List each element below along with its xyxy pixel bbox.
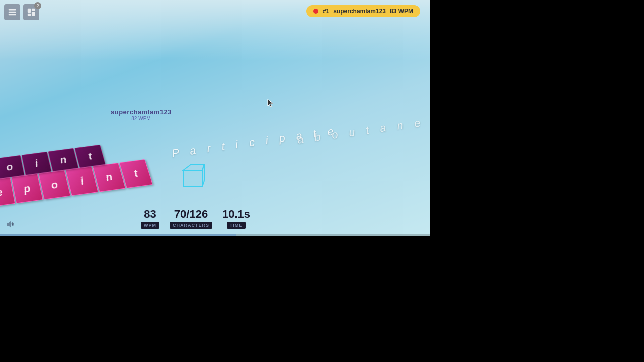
notification-badge: 2 xyxy=(34,2,41,9)
leaderboard-badge: #1 superchamlam123 83 WPM xyxy=(306,5,420,17)
wpm-label: WPM xyxy=(141,222,159,229)
block-mid-n: n xyxy=(48,148,78,172)
characters-value: 70/126 xyxy=(174,208,208,221)
block-o: o xyxy=(38,170,70,199)
leaderboard-wpm: 83 WPM xyxy=(390,8,413,15)
time-label: TIME xyxy=(227,222,246,229)
characters-stat: 70/126 CHARACTERS xyxy=(170,208,212,229)
right-black-area xyxy=(430,0,644,362)
svg-rect-2 xyxy=(9,14,16,16)
svg-rect-7 xyxy=(183,170,202,187)
player-wpm-small: 82 WPM xyxy=(111,116,172,121)
svg-rect-1 xyxy=(9,12,16,13)
svg-rect-3 xyxy=(28,9,31,13)
svg-rect-5 xyxy=(32,9,35,11)
notifications-button[interactable]: 2 xyxy=(23,4,39,20)
player-label: superchamlam123 82 WPM xyxy=(111,108,172,121)
live-indicator xyxy=(313,9,318,14)
bottom-black-area xyxy=(0,236,430,362)
block-mid-o: o xyxy=(0,155,25,179)
time-value: 10.1s xyxy=(222,208,250,221)
rank-label: #1 xyxy=(323,8,329,15)
game-area: 2 #1 superchamlam123 83 WPM superchamlam… xyxy=(0,0,430,236)
leaderboard-username: superchamlam123 xyxy=(333,8,386,15)
block-mid-i: i xyxy=(21,152,52,175)
mute-icon[interactable] xyxy=(6,220,16,230)
characters-label: CHARACTERS xyxy=(170,222,212,229)
settings-button[interactable] xyxy=(4,4,20,20)
svg-rect-0 xyxy=(9,9,16,11)
top-icons: 2 xyxy=(4,4,39,20)
block-mid-t: t xyxy=(74,145,106,168)
floating-text-about: a b o u t a n e xyxy=(296,116,425,146)
wpm-stat: 83 WPM xyxy=(141,208,159,229)
stats-bar: 83 WPM 70/126 CHARACTERS 10.1s TIME xyxy=(141,208,250,229)
cursor-block xyxy=(181,162,205,189)
block-p: p xyxy=(11,174,43,204)
time-stat: 10.1s TIME xyxy=(222,208,250,229)
player-username: superchamlam123 xyxy=(111,108,172,116)
wpm-value: 83 xyxy=(144,208,156,221)
mouse-cursor xyxy=(267,98,275,110)
svg-rect-4 xyxy=(28,14,31,16)
svg-rect-6 xyxy=(32,12,35,16)
